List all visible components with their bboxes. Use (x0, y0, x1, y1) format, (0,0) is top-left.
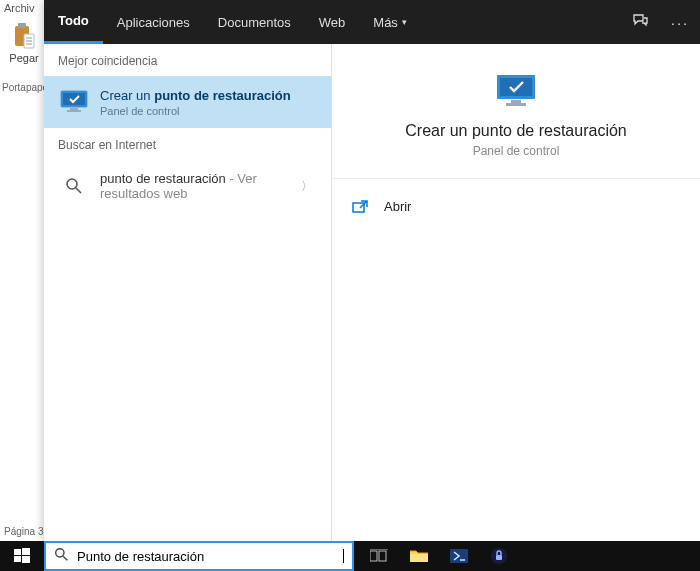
paste-label: Pegar (4, 52, 44, 64)
tab-web[interactable]: Web (305, 0, 360, 44)
folder-icon (409, 548, 429, 564)
best-match-result[interactable]: Crear un punto de restauración Panel de … (44, 76, 331, 128)
result-subtitle: Panel de control (100, 105, 317, 117)
windows-icon (14, 548, 30, 564)
svg-rect-18 (14, 549, 21, 555)
chevron-right-icon[interactable]: 〉 (297, 174, 317, 199)
tab-more[interactable]: Más▾ (359, 0, 421, 44)
clipboard-paste-icon (12, 22, 36, 50)
search-web-header: Buscar en Internet (44, 128, 331, 160)
svg-rect-19 (22, 548, 30, 555)
search-flyout: Todo Aplicaciones Documentos Web Más▾ ··… (44, 0, 700, 541)
svg-rect-9 (70, 108, 78, 110)
open-icon (352, 200, 372, 214)
search-icon (54, 547, 69, 566)
search-icon (58, 170, 90, 202)
tab-apps[interactable]: Aplicaciones (103, 0, 204, 44)
search-input[interactable] (77, 549, 343, 564)
svg-rect-25 (379, 551, 386, 561)
chevron-down-icon: ▾ (402, 17, 407, 27)
preview-pane: Crear un punto de restauración Panel de … (332, 44, 700, 541)
svg-rect-17 (353, 203, 364, 212)
preview-subtitle: Panel de control (352, 144, 680, 158)
start-button[interactable] (0, 541, 44, 571)
page-status: Página 3 (4, 526, 43, 537)
taskbar (0, 541, 700, 571)
ribbon-tab-label: Archiv (4, 2, 35, 14)
ellipsis-icon: ··· (671, 14, 690, 31)
shield-lock-icon (490, 547, 508, 565)
monitor-restore-icon (58, 86, 90, 118)
svg-rect-15 (511, 100, 521, 103)
svg-rect-10 (67, 110, 81, 112)
powershell-button[interactable] (440, 541, 478, 571)
svg-rect-16 (506, 103, 526, 106)
file-explorer-button[interactable] (400, 541, 438, 571)
svg-rect-14 (500, 78, 532, 96)
svg-rect-1 (18, 23, 26, 28)
tab-all[interactable]: Todo (44, 0, 103, 44)
task-view-button[interactable] (360, 541, 398, 571)
feedback-button[interactable] (620, 0, 660, 44)
svg-line-23 (63, 556, 67, 560)
svg-rect-30 (496, 555, 502, 560)
svg-rect-21 (22, 556, 30, 563)
options-button[interactable]: ··· (660, 0, 700, 44)
svg-rect-24 (370, 551, 377, 561)
paste-button[interactable]: Pegar (4, 22, 44, 64)
result-title: Crear un punto de restauración (100, 88, 317, 103)
monitor-restore-icon (494, 72, 538, 112)
svg-rect-27 (410, 554, 428, 562)
feedback-icon (632, 13, 648, 32)
search-tabs: Todo Aplicaciones Documentos Web Más▾ ··… (44, 0, 700, 44)
text-caret (343, 549, 344, 563)
powershell-icon (449, 548, 469, 564)
action-open-label: Abrir (384, 199, 411, 214)
clipboard-group-label: Portapape (2, 82, 48, 93)
svg-line-12 (76, 188, 81, 193)
web-result-title: punto de restauración - Ver resultados w… (100, 171, 297, 201)
svg-rect-8 (63, 93, 85, 105)
svg-point-22 (56, 548, 64, 556)
task-view-icon (370, 549, 388, 563)
security-button[interactable] (480, 541, 518, 571)
action-open[interactable]: Abrir (332, 191, 700, 222)
taskbar-search[interactable] (44, 541, 354, 571)
best-match-header: Mejor coincidencia (44, 44, 331, 76)
results-pane: Mejor coincidencia Crear un punto de res… (44, 44, 332, 541)
tab-documents[interactable]: Documentos (204, 0, 305, 44)
svg-point-11 (67, 179, 77, 189)
svg-rect-20 (14, 556, 21, 562)
web-result[interactable]: punto de restauración - Ver resultados w… (44, 160, 331, 212)
preview-title: Crear un punto de restauración (352, 122, 680, 140)
